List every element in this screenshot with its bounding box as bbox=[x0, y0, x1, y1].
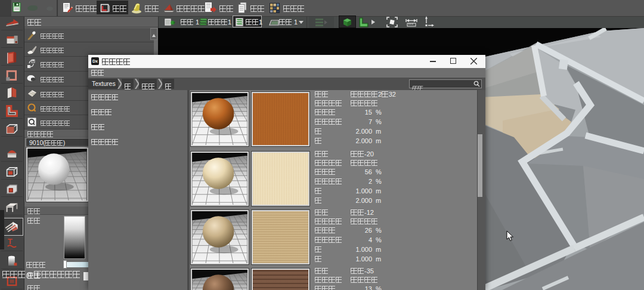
svg-text:T: T bbox=[8, 237, 13, 246]
